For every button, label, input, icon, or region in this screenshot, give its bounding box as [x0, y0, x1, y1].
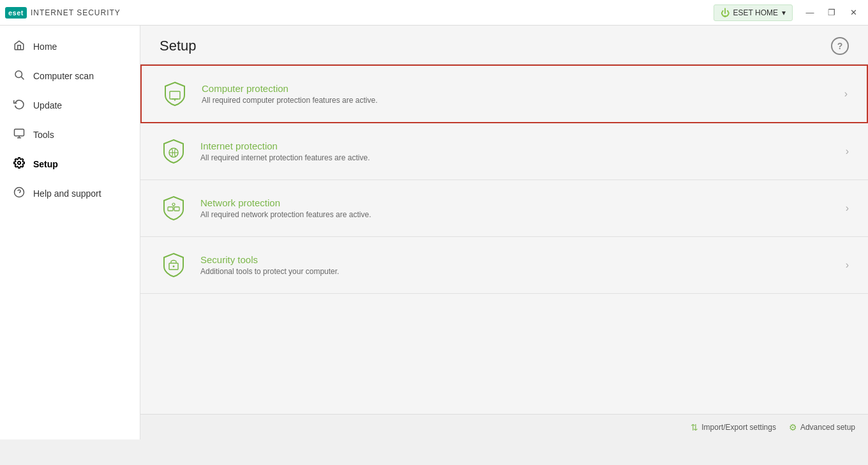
setup-item-internet-protection[interactable]: Internet protection All required interne… [140, 123, 868, 180]
internet-protection-icon [160, 137, 188, 165]
security-tools-icon [160, 251, 188, 279]
chevron-down-icon: ▾ [782, 8, 786, 17]
svg-rect-14 [174, 207, 179, 211]
eset-home-icon: ⏻ [721, 8, 730, 18]
setup-item-computer-protection[interactable]: Computer protection All required compute… [140, 65, 868, 123]
advanced-setup-button[interactable]: ⚙ Advanced setup [789, 422, 855, 432]
help-icon [13, 187, 26, 201]
import-export-icon: ⇅ [691, 422, 698, 432]
sidebar-item-home[interactable]: Home [0, 32, 140, 61]
security-tools-title: Security tools [200, 254, 339, 265]
chevron-right-icon: › [844, 88, 848, 100]
setup-item-left: Computer protection All required compute… [161, 80, 377, 108]
internet-protection-text: Internet protection All required interne… [200, 141, 370, 162]
internet-protection-desc: All required internet protection feature… [200, 153, 370, 162]
svg-line-1 [21, 77, 24, 79]
content-header: Setup ? [140, 26, 868, 65]
sidebar-label-update: Update [33, 100, 62, 111]
sidebar-label-computer-scan: Computer scan [33, 71, 94, 81]
internet-protection-title: Internet protection [200, 141, 370, 151]
svg-rect-8 [170, 91, 180, 99]
main-layout: Home Computer scan Update [0, 26, 868, 439]
setup-item-left: Internet protection All required interne… [160, 137, 370, 165]
setup-item-network-protection[interactable]: Network protection All required network … [140, 180, 868, 237]
svg-rect-2 [15, 129, 24, 136]
import-export-button[interactable]: ⇅ Import/Export settings [691, 422, 776, 432]
setup-icon [13, 157, 26, 171]
titlebar-left: eset INTERNET SECURITY [5, 7, 121, 19]
computer-protection-title: Computer protection [202, 83, 377, 94]
svg-rect-13 [168, 207, 173, 211]
eset-home-button[interactable]: ⏻ ESET HOME ▾ [714, 4, 793, 21]
titlebar: eset INTERNET SECURITY ⏻ ESET HOME ▾ — ❐… [0, 0, 868, 26]
tools-icon [13, 128, 26, 142]
network-protection-desc: All required network protection features… [200, 210, 371, 219]
sidebar-item-tools[interactable]: Tools [0, 120, 140, 149]
eset-home-label: ESET HOME [733, 8, 778, 17]
import-export-label: Import/Export settings [701, 423, 776, 432]
chevron-right-icon: › [846, 202, 849, 214]
computer-protection-text: Computer protection All required compute… [202, 83, 377, 105]
network-protection-title: Network protection [200, 197, 371, 208]
advanced-setup-icon: ⚙ [789, 422, 797, 432]
home-icon [13, 40, 26, 54]
sidebar-item-update[interactable]: Update [0, 91, 140, 120]
advanced-setup-label: Advanced setup [800, 423, 855, 432]
help-circle-button[interactable]: ? [831, 37, 849, 55]
app-title: INTERNET SECURITY [31, 8, 121, 17]
setup-item-left: Security tools Additional tools to prote… [160, 251, 339, 279]
sidebar-label-setup: Setup [33, 159, 58, 169]
security-tools-text: Security tools Additional tools to prote… [200, 254, 339, 276]
chevron-right-icon: › [846, 259, 849, 271]
eset-logo: eset INTERNET SECURITY [5, 7, 121, 19]
page-title: Setup [160, 38, 197, 54]
security-tools-desc: Additional tools to protect your compute… [200, 267, 339, 276]
network-protection-text: Network protection All required network … [200, 197, 371, 219]
setup-list: Computer protection All required compute… [140, 65, 868, 294]
svg-point-5 [18, 162, 21, 165]
svg-point-17 [172, 203, 175, 206]
minimize-button[interactable]: — [800, 4, 819, 22]
sidebar-label-help-support: Help and support [33, 188, 101, 199]
chevron-right-icon: › [846, 146, 849, 157]
svg-point-0 [15, 71, 22, 78]
network-protection-icon [160, 194, 188, 222]
update-icon [13, 98, 26, 112]
eset-logo-box: eset [5, 7, 27, 19]
computer-protection-desc: All required computer protection feature… [202, 96, 377, 105]
setup-item-security-tools[interactable]: Security tools Additional tools to prote… [140, 237, 868, 294]
sidebar-label-home: Home [33, 42, 57, 52]
sidebar-item-setup[interactable]: Setup [0, 149, 140, 179]
sidebar: Home Computer scan Update [0, 26, 140, 439]
footer: ⇅ Import/Export settings ⚙ Advanced setu… [140, 414, 868, 439]
computer-protection-icon [161, 80, 189, 108]
close-button[interactable]: ✕ [844, 4, 863, 22]
sidebar-item-help-support[interactable]: Help and support [0, 179, 140, 208]
maximize-button[interactable]: ❐ [822, 4, 841, 22]
sidebar-item-computer-scan[interactable]: Computer scan [0, 61, 140, 91]
titlebar-right: ⏻ ESET HOME ▾ — ❐ ✕ [714, 4, 863, 22]
scan-icon [13, 69, 26, 83]
setup-item-left: Network protection All required network … [160, 194, 371, 222]
content-area: Setup ? Computer protection [140, 26, 868, 439]
svg-point-19 [173, 266, 175, 268]
sidebar-label-tools: Tools [33, 130, 54, 140]
